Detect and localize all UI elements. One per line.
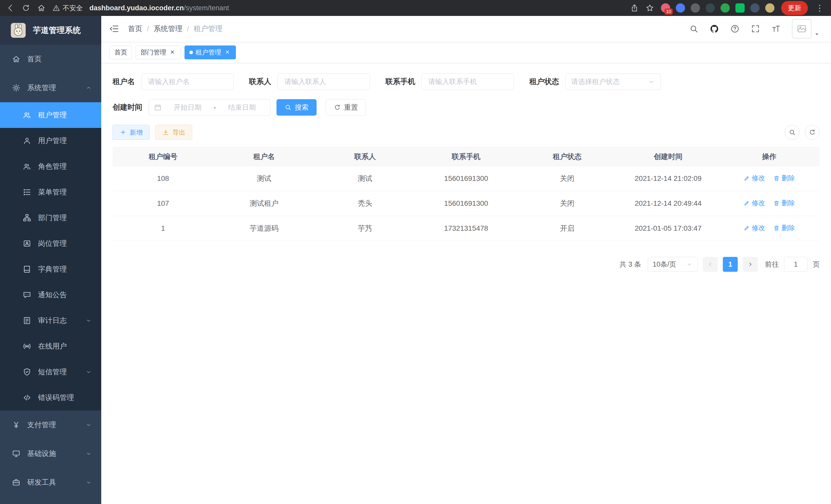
breadcrumb-separator: /: [187, 25, 189, 33]
user-menu[interactable]: [792, 19, 820, 38]
date-range-picker[interactable]: 开始日期 - 结束日期: [148, 99, 270, 116]
bookmark-star-icon[interactable]: [646, 4, 654, 12]
sidebar-item-pay[interactable]: 支付管理: [0, 411, 101, 439]
sidebar-item-dict[interactable]: 字典管理: [0, 256, 101, 282]
chevron-up-icon: [85, 85, 92, 91]
extension-icon[interactable]: [736, 3, 745, 12]
table-row: 108测试测试15601691300关闭2021-12-14 21:02:09修…: [113, 166, 820, 191]
phone-input[interactable]: [422, 73, 514, 90]
close-icon[interactable]: ×: [224, 49, 231, 56]
fullscreen-icon[interactable]: [751, 24, 760, 33]
share-icon[interactable]: [630, 4, 639, 12]
help-icon[interactable]: [730, 24, 740, 33]
table-cell: 107: [113, 191, 213, 216]
header-search-icon[interactable]: [689, 24, 698, 33]
app-logo[interactable]: 芋道管理系统: [0, 16, 101, 45]
update-button[interactable]: 更新: [781, 1, 808, 15]
table-cell: 测试: [213, 166, 315, 191]
edit-link[interactable]: 修改: [743, 199, 765, 208]
chevron-down-icon: [85, 317, 92, 324]
sidebar-item-menu[interactable]: 菜单管理: [0, 179, 101, 205]
edit-link[interactable]: 修改: [743, 174, 765, 183]
sidebar-item-system[interactable]: 系统管理: [0, 73, 101, 102]
sidebar-item-audit-log[interactable]: 审计日志: [0, 308, 101, 333]
extension-icon[interactable]: [676, 3, 685, 12]
table-header: 联系手机: [416, 147, 516, 166]
delete-label: 删除: [781, 174, 795, 183]
sidebar-item-dev-tool[interactable]: 研发工具: [0, 468, 101, 497]
export-button[interactable]: 导出: [155, 125, 192, 140]
app-title: 芋道管理系统: [33, 25, 81, 36]
sidebar-item-label: 岗位管理: [38, 239, 67, 248]
close-icon[interactable]: ×: [169, 49, 176, 56]
sidebar-item-home[interactable]: 首页: [0, 45, 101, 73]
tag-tenant[interactable]: 租户管理×: [184, 46, 236, 59]
sms-icon: [23, 367, 31, 376]
status-select[interactable]: 请选择租户状态: [565, 73, 661, 90]
sidebar-item-role[interactable]: 角色管理: [0, 154, 101, 179]
sidebar-item-label: 在线用户: [38, 342, 67, 351]
page-size-select[interactable]: 10条/页: [648, 257, 698, 272]
extension-icon[interactable]: 10: [661, 3, 670, 12]
prev-page-button[interactable]: [703, 257, 718, 272]
sidebar-item-label: 用户管理: [38, 136, 67, 146]
tenant-name-input[interactable]: [141, 73, 234, 90]
tag-label: 部门管理: [141, 48, 166, 57]
breadcrumb-item[interactable]: 系统管理: [154, 24, 182, 34]
sidebar-item-post[interactable]: 岗位管理: [0, 231, 101, 256]
contact-input[interactable]: [278, 73, 370, 90]
address-bar[interactable]: dashboard.yudao.iocoder.cn/system/tenant: [89, 4, 623, 12]
contact-label: 联系人: [249, 77, 271, 87]
filter-row-2: 创建时间 开始日期 - 结束日期 搜索 重置: [113, 99, 820, 116]
sidebar-item-online-user[interactable]: 在线用户: [0, 333, 101, 359]
sidebar-item-user[interactable]: 用户管理: [0, 128, 101, 154]
toggle-search-button[interactable]: [785, 125, 800, 140]
filter-create-time: 创建时间 开始日期 - 结束日期: [113, 99, 270, 116]
breadcrumb-item: 租户管理: [194, 24, 223, 34]
extension-icon[interactable]: [691, 3, 700, 12]
sidebar-item-tenant[interactable]: 租户管理: [0, 102, 101, 128]
tag-dept[interactable]: 部门管理×: [136, 46, 181, 59]
tag-label: 租户管理: [196, 48, 221, 57]
navbar-actions: [689, 19, 820, 38]
notice-icon: [23, 291, 31, 299]
log-icon: [23, 316, 31, 325]
reset-button[interactable]: 重置: [326, 99, 366, 116]
refresh-table-button[interactable]: [805, 125, 820, 140]
hamburger-icon[interactable]: [109, 24, 119, 34]
extension-icon[interactable]: [765, 3, 774, 12]
delete-link[interactable]: 删除: [773, 174, 795, 183]
sidebar-item-infra[interactable]: 基础设施: [0, 439, 101, 468]
font-size-icon[interactable]: [771, 24, 781, 33]
delete-link[interactable]: 删除: [773, 224, 795, 233]
add-button[interactable]: 新增: [113, 125, 149, 140]
page-1-button[interactable]: 1: [723, 257, 738, 272]
next-page-button[interactable]: [743, 257, 758, 272]
back-icon[interactable]: [6, 4, 15, 12]
sidebar-item-label: 短信管理: [38, 367, 67, 377]
breadcrumb-item[interactable]: 首页: [128, 24, 142, 34]
browser-menu-icon[interactable]: ⋮: [814, 3, 825, 13]
chevron-down-icon: [85, 450, 92, 457]
chevron-down-icon: [85, 421, 92, 428]
extension-icon[interactable]: [720, 3, 730, 12]
search-icon: [284, 104, 292, 111]
sidebar-item-sms[interactable]: 短信管理: [0, 359, 101, 385]
sidebar-item-error-code[interactable]: 错误码管理: [0, 385, 101, 411]
sidebar-item-notice[interactable]: 通知公告: [0, 282, 101, 308]
table-cell: 15601691300: [416, 191, 516, 216]
goto-page-input[interactable]: [784, 257, 808, 272]
delete-link[interactable]: 删除: [773, 199, 795, 208]
extension-icon[interactable]: [706, 3, 715, 12]
browser-home-icon[interactable]: [37, 4, 46, 12]
extension-icon[interactable]: [750, 3, 760, 12]
github-icon[interactable]: [710, 24, 719, 33]
security-indicator[interactable]: 不安全: [52, 4, 83, 12]
tag-home[interactable]: 首页: [110, 46, 132, 59]
search-button[interactable]: 搜索: [277, 99, 317, 116]
sidebar-item-dept[interactable]: 部门管理: [0, 205, 101, 231]
edit-icon: [743, 175, 750, 182]
edit-link[interactable]: 修改: [743, 224, 765, 233]
user-icon: [23, 137, 31, 145]
reload-icon[interactable]: [22, 4, 30, 12]
